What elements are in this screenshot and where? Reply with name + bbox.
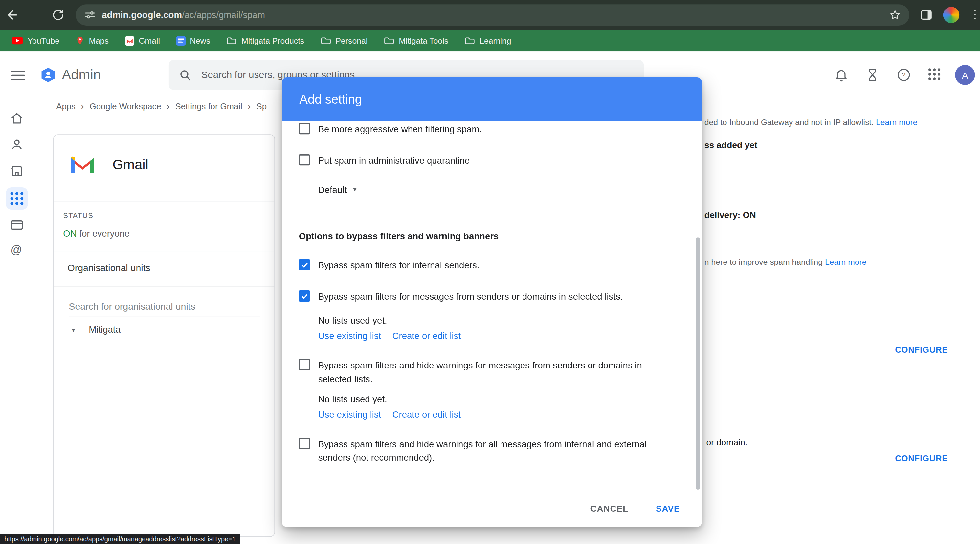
google-admin-logo [40, 66, 57, 84]
breadcrumb: Apps›Google Workspace›Settings for Gmail… [56, 102, 267, 111]
checkbox-admin-quarantine[interactable] [299, 154, 310, 165]
bookmarks-bar: YouTube Maps Gmail News Mitigata Product… [0, 30, 980, 51]
bookmark-star-icon[interactable] [889, 10, 900, 21]
bookmark-folder-learning[interactable]: Learning [457, 30, 519, 51]
address-bar[interactable]: admin.google.com/ac/apps/gmail/spam [76, 4, 909, 25]
bookmark-label: News [190, 36, 210, 45]
folder-icon [321, 36, 331, 44]
dialog-scrollbar-thumb[interactable] [695, 237, 700, 490]
row-all-senders: Bypass spam filters and hide warnings fo… [282, 437, 682, 465]
status-value: ON for everyone [63, 229, 129, 238]
billing-icon[interactable] [10, 217, 25, 232]
checkbox-hide-warnings-lists[interactable] [299, 359, 310, 370]
account-avatar[interactable]: A [955, 65, 975, 85]
folder-icon [227, 36, 237, 44]
checkbox-label: Put spam in administrative quarantine [318, 154, 662, 167]
card-divider [54, 286, 275, 287]
url-host: admin.google.com [102, 10, 182, 20]
create-or-edit-list-link-2[interactable]: Create or edit list [393, 409, 461, 419]
configure-button-2[interactable]: CONFIGURE [895, 454, 948, 464]
notifications-bell-icon[interactable] [834, 68, 849, 82]
cancel-button[interactable]: CANCEL [589, 500, 630, 517]
status-on-text: ON [63, 229, 76, 238]
create-or-edit-list-link-1[interactable]: Create or edit list [393, 331, 461, 341]
browser-menu-icon[interactable]: ⋮ [969, 7, 980, 22]
browser-toolbar: admin.google.com/ac/apps/gmail/spam ⋮ [0, 0, 980, 30]
org-units-search-input[interactable] [68, 298, 260, 317]
bookmark-maps[interactable]: Maps [68, 30, 117, 51]
status-scope-text: for everyone [77, 229, 130, 238]
use-existing-list-link-1[interactable]: Use existing list [318, 331, 381, 341]
list-links-2: Use existing list Create or edit list [318, 409, 461, 419]
save-button[interactable]: SAVE [654, 500, 681, 517]
dialog-header: Add setting [282, 78, 702, 121]
browser-profile-avatar[interactable] [943, 7, 959, 23]
configure-button-1[interactable]: CONFIGURE [895, 345, 948, 355]
card-app-title: Gmail [113, 157, 148, 173]
gmail-logo [68, 154, 96, 174]
checkbox-all-senders[interactable] [299, 438, 310, 449]
gmail-icon [125, 36, 134, 45]
news-icon [176, 36, 186, 45]
bg-text: ded to Inbound Gateway and not in IP all… [705, 117, 873, 127]
add-setting-dialog: Add setting Be more aggressive when filt… [282, 78, 702, 527]
learn-more-link[interactable]: Learn more [876, 117, 918, 127]
side-panel-icon[interactable] [920, 9, 932, 21]
youtube-icon [12, 36, 23, 45]
bookmark-folder-personal[interactable]: Personal [312, 30, 376, 51]
bg-text-delivery-on: delivery: ON [705, 210, 756, 219]
checkbox-label: Bypass spam filters and hide warnings fo… [318, 358, 662, 386]
row-hide-warnings-lists: Bypass spam filters and hide warnings fo… [282, 358, 682, 386]
bookmark-label: Mitigata Tools [399, 36, 448, 45]
site-info-icon[interactable] [84, 10, 95, 21]
help-icon[interactable]: ? [896, 68, 912, 82]
search-icon [179, 68, 191, 81]
bookmark-folder-mitigata-products[interactable]: Mitigata Products [218, 30, 312, 51]
folder-icon [465, 36, 475, 44]
checkbox-label: Bypass spam filters for internal senders… [318, 259, 662, 272]
product-name: Admin [62, 67, 101, 83]
learn-more-link[interactable]: Learn more [825, 257, 867, 267]
svg-text:?: ? [902, 71, 906, 79]
maps-pin-icon [76, 35, 84, 45]
dropdown-value: Default [318, 185, 347, 195]
org-units-heading: Organisational units [68, 262, 150, 273]
domains-icon[interactable] [10, 164, 25, 179]
section-bypass-heading: Options to bypass filters and warning ba… [299, 231, 499, 241]
row-internal-senders: Bypass spam filters for internal senders… [282, 259, 682, 272]
apps-section-icon[interactable] [10, 191, 25, 206]
bg-text-added-yet: ss added yet [705, 140, 757, 150]
status-label: STATUS [63, 212, 93, 219]
bookmark-gmail[interactable]: Gmail [117, 30, 168, 51]
row-approved-lists: Bypass spam filters for messages from se… [282, 290, 682, 303]
checkbox-label: Bypass spam filters for messages from se… [318, 290, 662, 303]
back-icon[interactable] [6, 8, 19, 22]
breadcrumb-separator: › [167, 102, 170, 111]
no-lists-text-1: No lists used yet. [318, 315, 387, 325]
breadcrumb-google-workspace[interactable]: Google Workspace [90, 102, 161, 111]
bookmark-label: Maps [89, 36, 109, 45]
bookmark-youtube[interactable]: YouTube [3, 30, 67, 51]
quarantine-level-dropdown[interactable]: Default ▾ [318, 185, 357, 195]
users-icon[interactable] [10, 138, 25, 152]
checkbox-internal-senders[interactable] [299, 259, 310, 270]
tree-expand-caret-icon[interactable]: ▼ [71, 327, 76, 333]
bookmark-folder-mitigata-tools[interactable]: Mitigata Tools [376, 30, 457, 51]
hourglass-icon[interactable] [865, 68, 880, 82]
org-unit-item-mitigata[interactable]: Mitigata [89, 325, 121, 335]
reload-icon[interactable] [51, 8, 65, 22]
use-existing-list-link-2[interactable]: Use existing list [318, 409, 381, 419]
bg-text-spam-handling: n here to improve spam handling Learn mo… [705, 257, 867, 267]
apps-grid-icon[interactable] [928, 68, 941, 81]
bookmark-news[interactable]: News [168, 30, 218, 51]
checkbox-aggressive-filtering[interactable] [299, 123, 310, 134]
list-links-1: Use existing list Create or edit list [318, 331, 461, 341]
hamburger-menu-icon[interactable] [11, 70, 25, 80]
url-path: /ac/apps/gmail/spam [182, 10, 265, 20]
breadcrumb-settings-for-gmail[interactable]: Settings for Gmail [175, 102, 242, 111]
gmail-settings-card: Gmail STATUS ON for everyone Organisatio… [53, 134, 275, 537]
breadcrumb-apps[interactable]: Apps [56, 102, 76, 111]
alternate-email-icon[interactable]: @ [11, 243, 22, 257]
checkbox-approved-lists[interactable] [299, 290, 310, 301]
home-icon[interactable] [10, 111, 25, 126]
